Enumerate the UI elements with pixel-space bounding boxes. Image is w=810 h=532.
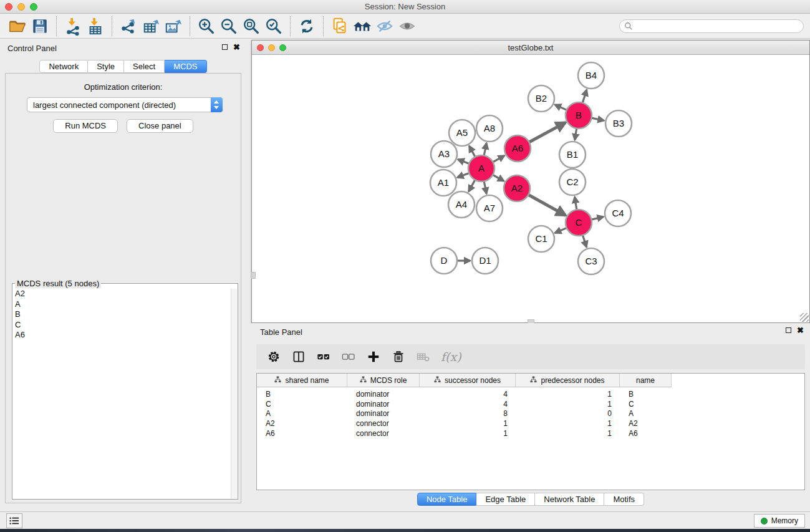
edge-B-B3[interactable] (592, 118, 604, 120)
cell-name[interactable]: B (620, 390, 672, 399)
show-hidden-icon[interactable] (396, 16, 418, 36)
deselect-all-icon[interactable] (341, 349, 356, 364)
zoom-out-icon[interactable] (218, 16, 240, 36)
cell-shared-name[interactable]: A2 (257, 419, 347, 428)
edge-B-B2[interactable] (555, 105, 567, 110)
cell-name[interactable]: A6 (620, 429, 672, 438)
delete-row-icon[interactable] (391, 349, 406, 364)
cell-name[interactable]: A2 (620, 419, 672, 428)
tab-network-table[interactable]: Network Table (535, 493, 604, 506)
open-file-icon[interactable] (6, 16, 29, 36)
edge-A-A6[interactable] (493, 156, 504, 162)
edge-A-A1[interactable] (457, 173, 469, 177)
edge-B-B4[interactable] (582, 90, 587, 103)
tab-mcds[interactable]: MCDS (165, 60, 206, 73)
float-panel-icon[interactable] (222, 44, 228, 50)
cell-predecessor-nodes[interactable]: 1 (516, 429, 620, 438)
table-row[interactable]: Adominator80A (257, 409, 804, 418)
memory-button[interactable]: Memory (754, 514, 805, 528)
tab-node-table[interactable]: Node Table (417, 493, 477, 506)
cell-shared-name[interactable]: A6 (257, 429, 347, 438)
mcds-result-item[interactable]: A6 (13, 330, 231, 341)
select-all-icon[interactable] (316, 349, 331, 364)
cell-predecessor-nodes[interactable]: 1 (516, 419, 620, 428)
zoom-selected-icon[interactable] (263, 16, 285, 36)
cell-successor-nodes[interactable]: 4 (420, 400, 516, 409)
column-header-successor-nodes[interactable]: successor nodes (420, 374, 516, 387)
table-row[interactable]: A2connector11A2 (257, 418, 804, 428)
mcds-result-item[interactable]: B (13, 309, 231, 320)
cell-predecessor-nodes[interactable]: 0 (516, 409, 620, 418)
export-image-icon[interactable] (162, 16, 185, 36)
mcds-result-list[interactable]: A2ABCA6 (13, 289, 231, 498)
split-panel-icon[interactable] (291, 349, 306, 364)
home-network-icon[interactable] (351, 16, 374, 36)
table-row[interactable]: Bdominator41B (257, 389, 804, 399)
cell-MCDS-role[interactable]: dominator (347, 409, 420, 418)
tab-motifs[interactable]: Motifs (604, 493, 644, 506)
edge-C-C1[interactable] (555, 228, 567, 233)
float-table-panel-icon[interactable] (786, 327, 791, 333)
cell-shared-name[interactable]: B (257, 390, 347, 399)
edge-C-C4[interactable] (591, 217, 603, 220)
cell-MCDS-role[interactable]: dominator (347, 400, 420, 409)
cell-predecessor-nodes[interactable]: 1 (516, 390, 620, 399)
network-window-titlebar[interactable]: testGlobe.txt (252, 41, 809, 55)
left-edge-handle[interactable] (251, 272, 256, 279)
column-header-predecessor-nodes[interactable]: predecessor nodes (516, 374, 620, 387)
cell-successor-nodes[interactable]: 1 (420, 419, 516, 428)
edge-A-A8[interactable] (484, 143, 486, 156)
tab-select[interactable]: Select (124, 60, 165, 73)
export-network-icon[interactable] (117, 16, 140, 36)
close-table-panel-icon[interactable]: ✖ (797, 327, 804, 333)
tab-edge-table[interactable]: Edge Table (476, 493, 535, 506)
column-header-MCDS-role[interactable]: MCDS role (347, 374, 420, 387)
cell-predecessor-nodes[interactable]: 1 (516, 400, 620, 409)
edge-A-A5[interactable] (469, 146, 475, 157)
column-header-shared-name[interactable]: shared name (257, 374, 347, 387)
edge-B-B1[interactable] (575, 128, 577, 140)
tab-style[interactable]: Style (88, 60, 124, 73)
mcds-result-item[interactable]: A2 (13, 289, 231, 299)
hide-selected-icon[interactable] (374, 16, 396, 36)
resize-grip[interactable] (800, 313, 809, 322)
cell-successor-nodes[interactable]: 4 (420, 390, 516, 399)
close-panel-icon[interactable]: ✖ (233, 44, 240, 50)
criterion-select[interactable]: largest connected component (directed) (27, 97, 223, 112)
edge-A-A3[interactable] (458, 160, 469, 164)
edge-A2-C[interactable] (528, 195, 566, 215)
cell-MCDS-role[interactable]: connector (347, 419, 420, 428)
edge-C-C2[interactable] (575, 197, 577, 210)
network-canvas[interactable]: B4B2BB3A8A5A6A3B1AC2A1A2A4A7C4CC1DD1C3 (253, 56, 809, 322)
cell-successor-nodes[interactable]: 1 (420, 429, 516, 438)
function-builder-icon[interactable]: f(x) (441, 350, 461, 364)
tab-network[interactable]: Network (39, 60, 88, 73)
mcds-result-item[interactable]: C (13, 320, 231, 331)
table-settings-icon[interactable] (266, 349, 281, 364)
edge-C-C3[interactable] (582, 235, 586, 247)
add-row-icon[interactable] (366, 349, 381, 364)
export-table-icon[interactable] (140, 16, 162, 36)
import-table-icon[interactable] (84, 16, 107, 36)
run-mcds-button[interactable]: Run MCDS (53, 119, 118, 133)
refresh-view-icon[interactable] (296, 16, 318, 36)
zoom-fit-icon[interactable] (240, 16, 263, 36)
cell-successor-nodes[interactable]: 8 (420, 409, 516, 418)
edge-A-A7[interactable] (484, 181, 486, 194)
import-network-icon[interactable] (62, 16, 84, 36)
table-row[interactable]: A6connector11A6 (257, 428, 804, 438)
edge-A-A4[interactable] (469, 180, 475, 191)
task-history-button[interactable] (6, 513, 22, 528)
cell-MCDS-role[interactable]: dominator (347, 390, 420, 399)
cell-name[interactable]: A (620, 409, 672, 418)
save-session-icon[interactable] (29, 16, 51, 36)
clone-network-icon[interactable] (329, 16, 351, 36)
edge-A-A2[interactable] (493, 175, 504, 181)
cell-MCDS-role[interactable]: connector (347, 429, 420, 438)
table-row[interactable]: Cdominator41C (257, 399, 804, 409)
mcds-result-item[interactable]: A (13, 299, 231, 310)
zoom-in-icon[interactable] (195, 16, 218, 36)
mcds-list-scrollbar[interactable] (231, 289, 237, 498)
cell-shared-name[interactable]: A (257, 409, 347, 418)
node-table[interactable]: shared nameMCDS rolesuccessor nodesprede… (256, 373, 805, 490)
